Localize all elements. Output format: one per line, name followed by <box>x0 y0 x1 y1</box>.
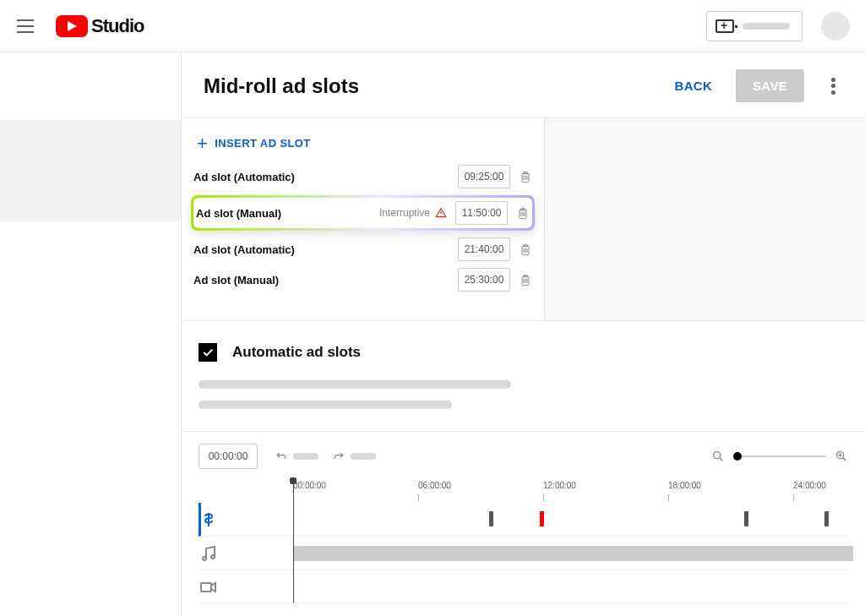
ad-marker-warning[interactable] <box>540 511 544 526</box>
delete-icon[interactable] <box>519 272 532 287</box>
create-button[interactable] <box>706 11 802 41</box>
svg-line-3 <box>720 458 722 461</box>
zoom-out-icon[interactable] <box>711 450 725 463</box>
ad-slot-label: Ad slot (Manual) <box>193 274 458 286</box>
ad-slot-time-input[interactable]: 09:25:00 <box>458 165 510 188</box>
warning-icon <box>435 207 447 219</box>
highlighted-ad-slot: Ad slot (Manual) Interruptive 11:50:00 <box>191 195 535 231</box>
automatic-ad-slots-section: Automatic ad slots <box>182 320 865 431</box>
delete-icon[interactable] <box>516 205 530 221</box>
svg-point-8 <box>203 557 206 560</box>
interruptive-tag: Interruptive <box>379 207 430 219</box>
automatic-ad-slots-checkbox[interactable] <box>199 343 217 362</box>
save-button[interactable]: SAVE <box>736 69 804 102</box>
timeline-tick: 12:00:00 <box>543 481 576 490</box>
automatic-ad-slots-title: Automatic ad slots <box>232 344 361 361</box>
ad-slot-label: Ad slot (Automatic) <box>193 171 458 183</box>
audio-waveform[interactable] <box>293 546 853 561</box>
preview-placeholder <box>545 118 865 320</box>
insert-ad-slot-button[interactable]: + INSERT AD SLOT <box>193 134 532 153</box>
svg-point-1 <box>440 215 441 215</box>
music-note-icon <box>199 543 219 564</box>
create-video-icon <box>715 19 734 33</box>
ad-marker[interactable] <box>744 511 748 526</box>
logo-text: Studio <box>91 15 144 37</box>
left-sidebar <box>0 52 182 616</box>
dollar-icon <box>199 510 219 530</box>
svg-point-2 <box>714 452 721 459</box>
insert-ad-slot-label: INSERT AD SLOT <box>215 137 310 150</box>
back-button[interactable]: BACK <box>663 70 725 101</box>
timeline-tick: 24:00:00 <box>793 481 826 490</box>
ad-slot-label: Ad slot (Automatic) <box>193 243 458 256</box>
description-placeholder <box>199 380 511 389</box>
timeline-tick: 18:00:00 <box>668 481 701 490</box>
timeline: 00:00:00 00:00:00 <box>182 431 865 604</box>
ad-slot-time-input[interactable]: 25:30:00 <box>458 268 510 292</box>
svg-line-5 <box>843 458 846 461</box>
ad-slot-label: Ad slot (Manual) <box>196 207 379 220</box>
ad-slot-time-input[interactable]: 11:50:00 <box>455 201 508 225</box>
ad-slot-row[interactable]: Ad slot (Automatic) 21:40:00 <box>193 234 532 264</box>
plus-icon: + <box>197 138 208 150</box>
svg-rect-10 <box>201 583 211 591</box>
title-bar: Mid-roll ad slots BACK SAVE <box>182 52 865 117</box>
hamburger-menu-icon[interactable] <box>15 16 35 36</box>
redo-icon[interactable] <box>332 450 345 463</box>
description-placeholder <box>199 401 452 409</box>
create-label-placeholder <box>743 23 790 30</box>
playhead[interactable] <box>293 481 294 602</box>
ad-slot-row[interactable]: Ad slot (Manual) Interruptive 11:50:00 <box>196 198 530 228</box>
ad-marker[interactable] <box>489 511 493 526</box>
studio-logo[interactable]: Studio <box>56 15 144 37</box>
youtube-play-icon <box>56 15 88 37</box>
timeline-track-monetization[interactable] <box>199 503 848 537</box>
ad-slots-panel: + INSERT AD SLOT Ad slot (Automatic) 09:… <box>182 118 545 320</box>
undo-label-placeholder <box>293 453 318 460</box>
sidebar-nav-item[interactable] <box>0 120 181 221</box>
timeline-tick: 00:00:00 <box>293 481 326 490</box>
video-camera-icon <box>199 577 219 597</box>
ad-slot-time-input[interactable]: 21:40:00 <box>458 237 510 261</box>
page-title: Mid-roll ad slots <box>204 74 359 98</box>
ad-slot-row[interactable]: Ad slot (Manual) 25:30:00 <box>193 264 532 295</box>
zoom-in-icon[interactable] <box>835 450 848 463</box>
timeline-track-audio[interactable] <box>199 537 848 570</box>
timeline-time-input[interactable]: 00:00:00 <box>199 444 258 469</box>
app-header: Studio <box>0 0 865 52</box>
ad-slot-row[interactable]: Ad slot (Automatic) 09:25:00 <box>193 161 532 192</box>
undo-icon[interactable] <box>275 450 288 463</box>
svg-point-9 <box>211 555 215 559</box>
timeline-ruler[interactable]: 00:00:00 06:00:00 12:00:00 18:00:00 24:0… <box>293 481 848 503</box>
timeline-tick: 06:00:00 <box>418 481 451 490</box>
more-options-icon[interactable] <box>823 76 843 96</box>
delete-icon[interactable] <box>519 242 532 257</box>
account-avatar[interactable] <box>821 12 850 41</box>
redo-label-placeholder <box>351 453 376 460</box>
delete-icon[interactable] <box>519 169 532 184</box>
timeline-track-video[interactable] <box>199 570 848 604</box>
zoom-control <box>711 450 848 463</box>
zoom-slider[interactable] <box>733 455 826 457</box>
ad-marker[interactable] <box>824 511 829 526</box>
